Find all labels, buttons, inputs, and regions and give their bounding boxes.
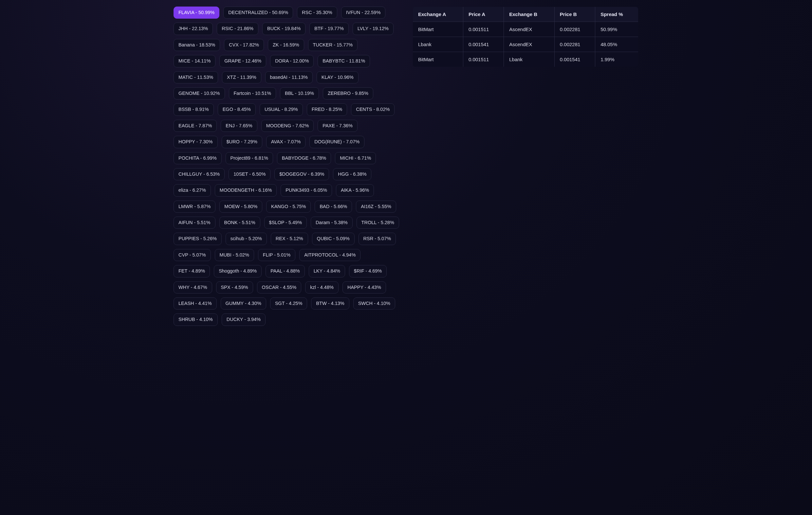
token-chip[interactable]: KANGO - 5.75% [266,201,311,213]
token-chip[interactable]: GUMMY - 4.30% [221,297,266,309]
token-chip[interactable]: Daram - 5.38% [311,217,353,229]
token-chip[interactable]: BSSB - 8.91% [174,103,214,116]
token-chip[interactable]: AI16Z - 5.55% [356,201,396,213]
header-price-a: Price A [463,7,503,22]
token-chip[interactable]: Banana - 18.53% [174,39,220,51]
cell-spread: 50.99% [595,22,638,37]
token-chip[interactable]: AVAX - 7.07% [266,136,306,148]
token-chip[interactable]: SGT - 4.25% [270,297,308,309]
token-chip[interactable]: MOEW - 5.80% [220,201,262,213]
cell-exchange-b: AscendEX [504,22,555,37]
cell-price-a: 0.001511 [463,52,503,67]
token-chip[interactable]: WHY - 4.67% [174,281,212,294]
token-chip[interactable]: SPX - 4.59% [216,281,253,294]
token-chip[interactable]: Shoggoth - 4.89% [214,265,262,277]
token-chip[interactable]: BBL - 10.19% [280,87,319,99]
token-chip[interactable]: DORA - 12.00% [270,55,314,67]
token-chip[interactable]: LKY - 4.84% [309,265,345,277]
table-row[interactable]: Lbank0.001541AscendEX0.00228148.05% [413,37,638,52]
token-chip[interactable]: AIFUN - 5.51% [174,217,215,229]
token-chip[interactable]: BABYDOGE - 6.78% [277,152,331,164]
token-chip[interactable]: OSCAR - 4.55% [257,281,301,294]
token-chip[interactable]: BUCK - 19.84% [262,23,306,35]
token-chip[interactable]: USUAL - 8.29% [260,103,303,116]
token-chip[interactable]: FET - 4.89% [174,265,210,277]
token-chip[interactable]: ENJ - 7.65% [221,120,257,132]
header-price-b: Price B [554,7,595,22]
token-chip[interactable]: BTF - 19.77% [310,23,348,35]
cell-price-b: 0.002281 [554,22,595,37]
token-chip[interactable]: REX - 5.12% [271,233,308,245]
cell-exchange-a: Lbank [413,37,463,52]
token-chip[interactable]: eliza - 6.27% [174,184,211,196]
token-chip[interactable]: 10SET - 6.50% [229,168,270,180]
token-chip[interactable]: POCHITA - 6.99% [174,152,222,164]
token-chip[interactable]: DUCKY - 3.94% [222,313,266,326]
token-chip[interactable]: CVP - 5.07% [174,249,211,261]
token-chip[interactable]: BONK - 5.51% [220,217,260,229]
token-chip[interactable]: KLAY - 10.96% [317,71,358,84]
token-chip[interactable]: RSIC - 21.86% [217,23,258,35]
token-chip[interactable]: PAAL - 4.88% [265,265,304,277]
token-chip[interactable]: MOODENG - 7.62% [261,120,314,132]
token-chip[interactable]: ZEREBRO - 9.85% [323,87,373,99]
token-chip[interactable]: JHH - 22.13% [174,23,213,35]
token-chip[interactable]: SWCH - 4.10% [353,297,395,309]
token-chip[interactable]: RSC - 35.30% [297,6,337,19]
token-chip[interactable]: EGO - 8.45% [218,103,256,116]
token-chip[interactable]: XTZ - 11.39% [222,71,261,84]
token-chip[interactable]: CHILLGUY - 6.53% [174,168,225,180]
token-chip[interactable]: MUBI - 5.02% [215,249,254,261]
token-chip[interactable]: scihub - 5.20% [226,233,267,245]
token-chip[interactable]: CENTS - 8.02% [351,103,395,116]
token-chip[interactable]: MICHI - 6.71% [335,152,376,164]
token-chip[interactable]: EAGLE - 7.87% [174,120,217,132]
token-chip[interactable]: GENOME - 10.92% [174,87,225,99]
token-chip[interactable]: FRED - 8.25% [307,103,347,116]
token-chip[interactable]: kzl - 4.48% [305,281,339,294]
token-chip[interactable]: Fartcoin - 10.51% [229,87,276,99]
token-chip[interactable]: RSR - 5.07% [358,233,396,245]
token-chip[interactable]: LEASH - 4.41% [174,297,217,309]
token-chip[interactable]: GRAPE - 12.46% [220,55,266,67]
token-chip[interactable]: DOG(RUNE) - 7.07% [310,136,365,148]
token-chip[interactable]: HOPPY - 7.30% [174,136,218,148]
chips-panel: FLAVIA - 50.99%DECENTRALIZED - 50.69%RSC… [174,6,400,326]
token-chip[interactable]: BABYBTC - 11.81% [318,55,370,67]
header-spread: Spread % [595,7,638,22]
token-chip[interactable]: TROLL - 5.28% [356,217,399,229]
token-chip[interactable]: QUBIC - 5.09% [312,233,355,245]
token-chip[interactable]: basedAI - 11.13% [265,71,313,84]
token-chip[interactable]: HAPPY - 4.43% [343,281,386,294]
token-chip[interactable]: MICE - 14.11% [174,55,215,67]
token-chip[interactable]: $SLOP - 5.49% [264,217,307,229]
token-chip[interactable]: BTW - 4.13% [311,297,349,309]
token-chip[interactable]: BAD - 5.66% [315,201,352,213]
token-chip[interactable]: DECENTRALIZED - 50.69% [223,6,293,19]
token-chip[interactable]: FLAVIA - 50.99% [174,6,220,19]
token-chip[interactable]: MATIC - 11.53% [174,71,218,84]
token-chip[interactable]: $DOGEGOV - 6.39% [274,168,329,180]
token-chip[interactable]: LVLY - 19.12% [353,23,394,35]
token-chip[interactable]: AITPROTOCOL - 4.94% [299,249,360,261]
token-chip[interactable]: LMWR - 5.87% [174,201,215,213]
table-row[interactable]: BitMart0.001511Lbank0.0015411.99% [413,52,638,67]
token-chip[interactable]: IVFUN - 22.59% [341,6,386,19]
token-chip[interactable]: PUNK3493 - 6.05% [281,184,332,196]
token-chip[interactable]: AIKA - 5.96% [336,184,374,196]
token-chip[interactable]: ZK - 16.59% [268,39,304,51]
token-chip[interactable]: FLIP - 5.01% [258,249,295,261]
token-chip[interactable]: HGG - 6.38% [333,168,371,180]
token-chip[interactable]: Project89 - 6.81% [226,152,273,164]
spread-table: Exchange A Price A Exchange B Price B Sp… [412,6,638,67]
token-chip[interactable]: PAXE - 7.36% [318,120,357,132]
token-chip[interactable]: SHRUB - 4.10% [174,313,218,326]
token-chip[interactable]: PUPPIES - 5.26% [174,233,222,245]
table-row[interactable]: BitMart0.001511AscendEX0.00228150.99% [413,22,638,37]
token-chip[interactable]: CVX - 17.82% [224,39,264,51]
token-chip[interactable]: $RIF - 4.69% [349,265,387,277]
token-chip[interactable]: TUCKER - 15.77% [308,39,358,51]
cell-exchange-b: AscendEX [504,37,555,52]
token-chip[interactable]: $URO - 7.29% [222,136,262,148]
token-chip[interactable]: MOODENGETH - 6.16% [215,184,277,196]
